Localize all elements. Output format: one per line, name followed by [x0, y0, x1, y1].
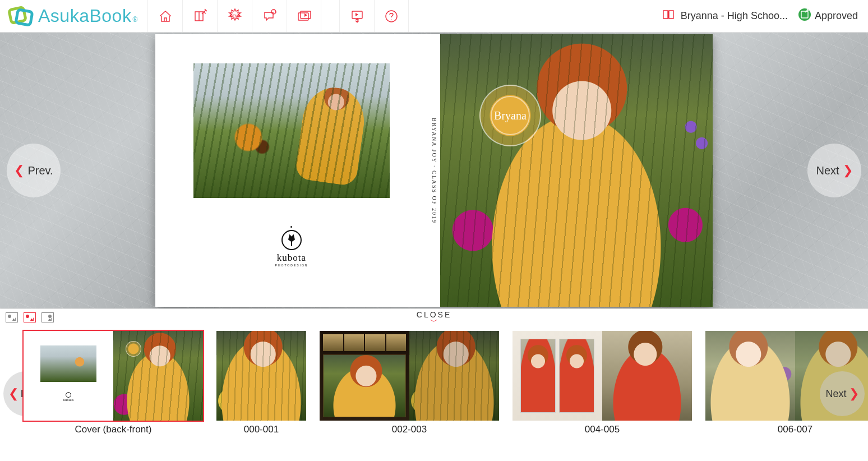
view-mode-grid[interactable]: [41, 312, 54, 322]
thumbnail-label: 000-001: [244, 424, 279, 435]
tray-close-row: CLOSE ﹀: [0, 308, 868, 326]
project-name: Bryanna - High Schoo...: [681, 10, 788, 22]
thumbnail-004-005[interactable]: 004-005: [513, 331, 692, 435]
spine: BRYANA JOY · CLASS OF 2019: [428, 34, 440, 307]
viewer-next-button[interactable]: Next ❯: [807, 144, 861, 197]
status-label: Approved: [815, 10, 858, 22]
status-chip: Approved: [798, 8, 858, 24]
thumbs-next-label: Next: [825, 388, 846, 400]
cover-spread: kubota PHOTODESIGN BRYANA JOY · CLASS OF…: [155, 34, 713, 307]
thumbnail-label: 006-007: [778, 424, 812, 435]
photographer-logo: kubota PHOTODESIGN: [275, 226, 308, 267]
chevron-right-icon: ❯: [849, 386, 859, 401]
chevron-left-icon: ❮: [14, 163, 24, 178]
photographer-logo-sub: PHOTODESIGN: [275, 264, 308, 267]
thumbnail-strip: ❮ Prev. kubota Cover (back-front): [0, 326, 868, 461]
svg-text:NEW!: NEW!: [229, 14, 240, 18]
book-icon: [662, 8, 675, 24]
thumbnail-label: 002-003: [392, 424, 427, 435]
thumbnail-label: 004-005: [585, 424, 620, 435]
close-tray-button[interactable]: CLOSE ﹀: [417, 309, 451, 324]
front-cover-photo: [440, 34, 713, 307]
spread-viewer: ❮ Prev. kubota PHOTODESIGN BRYANA JOY · …: [0, 33, 868, 308]
brand-logo-mark: [8, 5, 35, 27]
cover-seal: Bryana: [479, 85, 541, 146]
svg-point-3: [271, 10, 276, 14]
svg-point-8: [798, 8, 811, 21]
thumbs-next-button[interactable]: Next ❯: [820, 371, 865, 416]
chevron-down-icon: ﹀: [417, 319, 451, 324]
help-button[interactable]: [374, 0, 409, 32]
viewer-next-label: Next: [816, 164, 839, 177]
chevron-right-icon: ❯: [843, 163, 853, 178]
edit-button[interactable]: [182, 0, 217, 32]
home-button[interactable]: [147, 0, 182, 32]
thumbnail-cover[interactable]: kubota Cover (back-front): [24, 331, 203, 435]
export-button[interactable]: [339, 0, 374, 32]
front-cover-page[interactable]: Bryana: [440, 34, 713, 307]
tulip-icon: [281, 230, 302, 250]
project-info: Bryanna - High Schoo... Approved: [652, 0, 868, 32]
view-mode-spread[interactable]: [24, 312, 36, 322]
chevron-left-icon: ❮: [8, 386, 19, 401]
spine-text: BRYANA JOY · CLASS OF 2019: [431, 118, 437, 224]
back-cover-photo: [193, 63, 390, 198]
viewer-prev-label: Prev.: [27, 164, 53, 177]
thumbnail-000-001[interactable]: 000-001: [216, 331, 306, 435]
back-cover-page[interactable]: kubota PHOTODESIGN: [155, 34, 428, 307]
svg-rect-4: [298, 13, 308, 20]
approved-icon: [798, 8, 811, 24]
thumbnail-002-003[interactable]: 002-003: [320, 331, 499, 435]
view-mode-single[interactable]: [6, 312, 18, 322]
top-toolbar: AsukaBook ® NEW!: [0, 0, 868, 33]
photographer-logo-text: kubota: [275, 252, 308, 264]
view-mode-toggle: [6, 309, 54, 322]
thumbnail-track: kubota Cover (back-front) 000-001 002-00…: [0, 331, 868, 435]
comments-button[interactable]: [252, 0, 287, 32]
brand-logo[interactable]: AsukaBook ®: [0, 0, 147, 32]
brand-suffix: ®: [132, 16, 137, 24]
cover-seal-text: Bryana: [491, 96, 530, 135]
viewer-prev-button[interactable]: ❮ Prev.: [7, 144, 61, 197]
brand-name: AsukaBook: [38, 6, 131, 26]
toolbar-group-main: NEW!: [147, 0, 321, 32]
slideshow-button[interactable]: [287, 0, 321, 32]
toolbar-group-secondary: [339, 0, 409, 32]
new-button[interactable]: NEW!: [217, 0, 252, 32]
thumbnail-label: Cover (back-front): [75, 424, 152, 435]
